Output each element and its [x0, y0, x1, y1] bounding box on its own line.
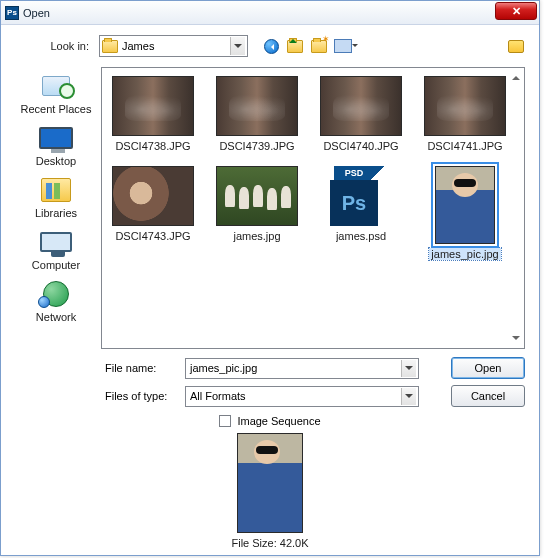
sidebar-item-label: Recent Places	[21, 103, 92, 115]
file-item[interactable]: PSD Ps james.psd	[318, 166, 404, 260]
chevron-down-icon[interactable]	[401, 388, 416, 405]
file-name-label: File name:	[103, 362, 179, 374]
view-menu-button[interactable]	[334, 37, 352, 55]
thumbnail-icon	[112, 76, 194, 136]
sidebar-item-desktop[interactable]: Desktop	[36, 123, 76, 167]
psd-badge: PSD	[334, 166, 374, 180]
thumbnail-icon	[216, 166, 298, 226]
folder-icon	[102, 40, 118, 53]
file-name-value: james_pic.jpg	[190, 362, 257, 374]
file-item-selected[interactable]: james_pic.jpg	[422, 166, 508, 260]
places-sidebar: Recent Places Desktop Libraries Computer…	[15, 67, 97, 349]
file-name-input[interactable]: james_pic.jpg	[185, 358, 419, 379]
sidebar-item-computer[interactable]: Computer	[32, 227, 80, 271]
file-label: DSCI4738.JPG	[115, 140, 190, 152]
file-item[interactable]: DSCI4740.JPG	[318, 76, 404, 152]
sidebar-item-libraries[interactable]: Libraries	[35, 175, 77, 219]
dialog-title: Open	[23, 7, 495, 19]
file-label: DSCI4740.JPG	[323, 140, 398, 152]
file-size-label: File Size: 42.0K	[231, 537, 308, 549]
file-list-pane[interactable]: DSCI4738.JPG DSCI4739.JPG DSCI4740.JPG D…	[101, 67, 525, 349]
files-of-type-value: All Formats	[190, 390, 246, 402]
thumbnail-icon	[435, 166, 495, 244]
libraries-icon	[41, 178, 71, 202]
new-folder-icon	[311, 40, 327, 53]
thumbnail-icon	[112, 166, 194, 226]
file-item[interactable]: DSCI4738.JPG	[110, 76, 196, 152]
file-item[interactable]: DSCI4739.JPG	[214, 76, 300, 152]
favorites-button[interactable]	[507, 37, 525, 55]
image-sequence-label: Image Sequence	[237, 415, 320, 427]
open-file-dialog: Ps Open ✕ Look in: James	[0, 0, 540, 556]
file-label: DSCI4743.JPG	[115, 230, 190, 242]
page-fold-icon	[370, 166, 384, 180]
sidebar-item-recent-places[interactable]: Recent Places	[21, 71, 92, 115]
file-label: DSCI4739.JPG	[219, 140, 294, 152]
chevron-down-icon[interactable]	[401, 360, 416, 377]
sidebar-item-label: Network	[36, 311, 76, 323]
image-sequence-checkbox[interactable]	[219, 415, 231, 427]
preview-area: File Size: 42.0K	[15, 433, 525, 549]
recent-places-icon	[42, 76, 70, 96]
preview-thumbnail	[237, 433, 303, 533]
photoshop-app-icon: Ps	[5, 6, 19, 20]
file-label: james.psd	[336, 230, 386, 242]
files-of-type-label: Files of type:	[103, 390, 179, 402]
scroll-down-icon[interactable]	[512, 336, 520, 344]
sidebar-item-label: Computer	[32, 259, 80, 271]
thumbnail-icon	[424, 76, 506, 136]
file-label: DSCI4741.JPG	[427, 140, 502, 152]
open-button[interactable]: Open	[451, 357, 525, 379]
sidebar-item-label: Libraries	[35, 207, 77, 219]
chevron-down-icon[interactable]	[230, 37, 245, 55]
look-in-value: James	[122, 40, 154, 52]
look-in-combo[interactable]: James	[99, 35, 248, 57]
cancel-button-label: Cancel	[471, 390, 505, 402]
psd-logo: Ps	[330, 180, 378, 226]
close-icon: ✕	[512, 5, 521, 18]
titlebar: Ps Open ✕	[1, 1, 539, 25]
file-item[interactable]: DSCI4741.JPG	[422, 76, 508, 152]
file-label: james_pic.jpg	[429, 248, 500, 260]
thumbnail-icon	[216, 76, 298, 136]
view-menu-icon	[334, 39, 352, 53]
up-one-level-button[interactable]	[286, 37, 304, 55]
folder-up-icon	[287, 40, 303, 53]
back-button[interactable]	[262, 37, 280, 55]
file-label: james.jpg	[233, 230, 280, 242]
open-button-label: Open	[475, 362, 502, 374]
look-in-label: Look in:	[15, 40, 93, 52]
close-button[interactable]: ✕	[495, 2, 537, 20]
desktop-icon	[39, 127, 73, 149]
psd-file-icon: PSD Ps	[320, 166, 402, 226]
computer-icon	[40, 232, 72, 252]
scroll-up-icon[interactable]	[512, 72, 520, 80]
files-of-type-combo[interactable]: All Formats	[185, 386, 419, 407]
create-new-folder-button[interactable]	[310, 37, 328, 55]
sidebar-item-label: Desktop	[36, 155, 76, 167]
sidebar-item-network[interactable]: Network	[36, 279, 76, 323]
thumbnail-icon	[320, 76, 402, 136]
network-icon	[43, 281, 69, 307]
file-item[interactable]: DSCI4743.JPG	[110, 166, 196, 260]
file-item[interactable]: james.jpg	[214, 166, 300, 260]
cancel-button[interactable]: Cancel	[451, 385, 525, 407]
favorites-icon	[508, 40, 524, 53]
back-arrow-icon	[264, 39, 279, 54]
